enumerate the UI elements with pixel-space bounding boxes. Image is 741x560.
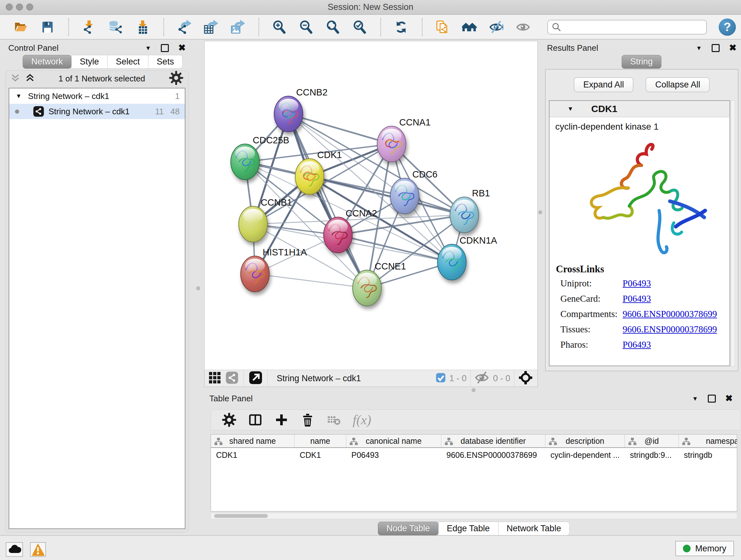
warning-button[interactable] — [30, 542, 46, 557]
delete-column-button[interactable] — [300, 413, 315, 427]
tab-network-table[interactable]: Network Table — [498, 522, 570, 536]
column-header-name[interactable]: name — [294, 435, 346, 447]
network-node-cdkn1a[interactable] — [437, 244, 466, 280]
help-button[interactable]: ? — [719, 18, 736, 36]
network-row-selected[interactable]: String Network – cdk1 11 48 — [9, 104, 185, 119]
zoom-fit-content-button[interactable] — [326, 20, 340, 35]
crosslink-value[interactable]: 9606.ENSP00000378699 — [623, 324, 717, 334]
column-header-id[interactable]: @id — [625, 435, 679, 447]
network-node-rb1[interactable] — [450, 197, 479, 233]
refresh-view-button[interactable] — [394, 20, 408, 35]
network-edge[interactable] — [338, 235, 452, 262]
search-box[interactable] — [547, 20, 707, 35]
export-table-button[interactable] — [204, 20, 218, 35]
node-details-header[interactable]: ▼ CDK1 — [549, 101, 730, 117]
table-cell[interactable]: 9606.ENSP00000378699 — [441, 450, 545, 460]
hidden-eye-icon[interactable] — [475, 370, 489, 386]
tab-edge-table[interactable]: Edge Table — [438, 522, 498, 536]
network-options-gear-icon[interactable] — [169, 71, 184, 86]
network-canvas[interactable]: CCNB2CCNA1CDC25BCDK1CDC6RB1CCNB1CCNA2CDK… — [205, 41, 537, 372]
panel-menu-icon[interactable]: ▼ — [696, 45, 702, 51]
selected-checkbox-icon[interactable] — [436, 373, 446, 384]
crosslink-value[interactable]: 9606.ENSP00000378699 — [623, 309, 717, 319]
table-settings-gear-button[interactable] — [222, 413, 237, 427]
network-node-ccne1[interactable] — [353, 270, 381, 306]
table-cell[interactable]: stringdb:9... — [625, 450, 679, 460]
view-string-icon[interactable] — [226, 371, 239, 385]
tab-select[interactable]: Select — [107, 55, 148, 69]
crosslink-value[interactable]: P06493 — [623, 278, 651, 289]
crosslink-value[interactable]: P06493 — [623, 294, 651, 304]
tab-node-table[interactable]: Node Table — [378, 522, 439, 536]
expand-all-icon[interactable] — [25, 73, 35, 84]
panel-menu-icon[interactable]: ▼ — [692, 395, 698, 401]
tab-style[interactable]: Style — [71, 55, 108, 69]
clone-network-button[interactable] — [435, 20, 450, 35]
network-collection-row[interactable]: ▼ String Network – cdk1 1 — [9, 88, 185, 104]
network-node-ccna2[interactable] — [324, 217, 352, 253]
network-edge[interactable] — [255, 274, 367, 288]
zoom-in-button[interactable] — [272, 20, 286, 35]
view-grid-icon[interactable] — [209, 372, 220, 385]
navigator-crosshair-icon[interactable] — [518, 370, 533, 386]
import-table-file-button[interactable] — [135, 20, 150, 35]
export-image-button[interactable] — [230, 20, 245, 35]
minimize-window-button[interactable] — [16, 3, 23, 10]
panel-close-icon[interactable]: ✖ — [179, 44, 186, 52]
tab-string[interactable]: String — [622, 55, 662, 69]
table-cell[interactable]: stringdb — [679, 450, 737, 460]
table-cell[interactable]: cyclin-dependent ... — [545, 450, 625, 460]
open-session-button[interactable] — [13, 20, 28, 35]
tab-network[interactable]: Network — [23, 55, 71, 69]
crosslink-value[interactable]: P06493 — [623, 339, 651, 350]
add-column-button[interactable] — [274, 413, 289, 427]
search-input[interactable] — [564, 22, 706, 33]
column-header-description[interactable]: description — [545, 435, 625, 447]
panel-menu-icon[interactable]: ▼ — [145, 45, 151, 51]
results-scrollbar[interactable] — [731, 100, 735, 366]
column-header-databaseidentifier[interactable]: database identifier — [441, 435, 545, 447]
close-window-button[interactable] — [6, 3, 13, 10]
network-node-cdc6[interactable] — [390, 178, 419, 214]
zoom-selected-button[interactable] — [352, 20, 367, 35]
maximize-window-button[interactable] — [26, 3, 33, 10]
tab-sets[interactable]: Sets — [148, 55, 183, 69]
import-network-file-button[interactable] — [82, 20, 96, 35]
panel-close-icon[interactable]: ✖ — [725, 394, 733, 403]
table-hscrollbar-thumb[interactable] — [214, 514, 268, 518]
panel-float-icon[interactable] — [708, 395, 716, 402]
panel-float-icon[interactable] — [712, 44, 720, 52]
tree-expander-icon[interactable]: ▼ — [16, 92, 22, 100]
section-expander-icon[interactable]: ▼ — [567, 105, 574, 112]
zoom-out-button[interactable] — [299, 20, 313, 35]
columns-button[interactable] — [248, 413, 263, 427]
table-cell[interactable]: CDK1 — [211, 450, 294, 460]
left-splitter-handle[interactable] — [196, 287, 200, 290]
import-network-database-button[interactable] — [109, 20, 123, 35]
right-splitter-handle[interactable] — [538, 210, 542, 214]
table-cell[interactable]: P06493 — [346, 450, 441, 460]
network-graph[interactable]: CCNB2CCNA1CDC25BCDK1CDC6RB1CCNB1CCNA2CDK… — [205, 41, 538, 370]
network-node-ccnb2[interactable] — [274, 96, 303, 132]
collapse-all-icon[interactable] — [10, 73, 20, 84]
collapse-all-button[interactable]: Collapse All — [646, 77, 710, 92]
network-node-ccna1[interactable] — [377, 126, 406, 162]
table-hscrollbar[interactable] — [211, 513, 737, 519]
panel-close-icon[interactable]: ✖ — [729, 44, 737, 52]
network-edge[interactable] — [288, 114, 392, 144]
bottom-splitter-handle[interactable] — [472, 388, 475, 392]
column-header-canonicalname[interactable]: canonical name — [346, 435, 441, 447]
column-header-sharedname[interactable]: shared name — [211, 435, 294, 447]
cloud-button[interactable] — [6, 542, 23, 557]
first-neighbors-button[interactable] — [462, 20, 477, 35]
show-all-button[interactable] — [516, 20, 530, 35]
network-node-hist1h1a[interactable] — [241, 256, 269, 292]
export-network-button[interactable] — [177, 20, 192, 35]
network-node-ccnb1[interactable] — [239, 206, 267, 242]
column-header-namespace[interactable]: namespace — [679, 435, 737, 447]
hide-selected-button[interactable] — [489, 20, 503, 35]
network-node-cdc25b[interactable] — [231, 144, 259, 180]
network-node-cdk1[interactable] — [295, 159, 324, 194]
network-edge[interactable] — [288, 114, 367, 288]
table-cell[interactable]: CDK1 — [294, 450, 346, 460]
